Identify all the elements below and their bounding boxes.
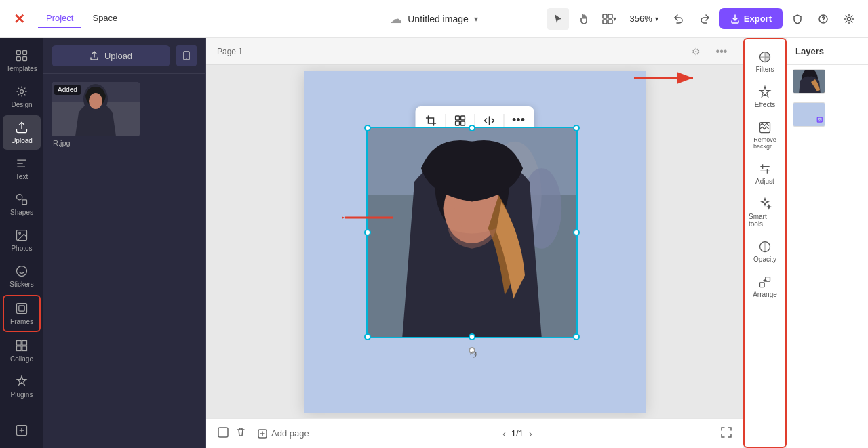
logo-icon[interactable]: ✕ xyxy=(8,8,30,30)
left-sidebar: Templates Design Upload Text Shapes Phot… xyxy=(0,38,43,448)
canvas-topbar-icons: ⚙ ••• xyxy=(685,41,732,62)
upload-panel: Upload xyxy=(43,38,206,448)
next-page-button[interactable]: › xyxy=(529,428,532,439)
canvas-settings-icon[interactable]: ⚙ xyxy=(685,41,707,62)
right-panel-effects[interactable]: Effects xyxy=(746,80,784,114)
undo-button[interactable] xyxy=(668,8,690,30)
svg-rect-48 xyxy=(760,283,765,287)
handle-top-left[interactable] xyxy=(364,125,371,131)
layer-item-2[interactable] xyxy=(787,98,868,131)
page-icon[interactable] xyxy=(217,426,229,441)
sidebar-shapes-label: Shapes xyxy=(10,209,33,216)
add-page-button[interactable]: Add page xyxy=(252,426,315,441)
opacity-label: Opacity xyxy=(753,256,776,263)
right-panel-arrange[interactable]: Arrange xyxy=(746,270,784,304)
toolbar-divider-3 xyxy=(504,114,505,127)
select-tool-button[interactable] xyxy=(547,8,569,30)
svg-rect-2 xyxy=(603,20,607,24)
sidebar-item-templates[interactable]: Templates xyxy=(3,43,41,78)
right-panel-remove-bg[interactable]: Remove backgr... xyxy=(746,115,784,155)
export-button[interactable]: Export xyxy=(719,8,783,29)
sidebar-design-label: Design xyxy=(11,101,32,108)
fullscreen-icon[interactable] xyxy=(720,426,732,441)
sidebar-item-more[interactable] xyxy=(3,418,41,443)
right-panel-opacity[interactable]: Opacity xyxy=(746,235,784,268)
canvas[interactable]: ••• xyxy=(304,71,646,413)
upload-button-label: Upload xyxy=(104,51,132,61)
tab-space[interactable]: Space xyxy=(84,9,125,28)
prev-page-button[interactable]: ‹ xyxy=(502,428,506,439)
handle-bottom-right[interactable] xyxy=(573,333,580,340)
handle-rotate[interactable] xyxy=(469,347,475,354)
right-panel-adjust[interactable]: Adjust xyxy=(746,157,784,190)
zoom-value: 356% xyxy=(630,14,652,24)
view-tool-button[interactable]: ▾ xyxy=(599,8,620,30)
topbar: ✕ Project Space ☁ Untitled image ▾ ▾ 356… xyxy=(0,0,868,38)
svg-rect-20 xyxy=(17,341,22,346)
svg-point-30 xyxy=(89,93,102,109)
layer-thumb-1 xyxy=(793,69,825,94)
title-chevron-icon[interactable]: ▾ xyxy=(474,14,478,24)
svg-rect-9 xyxy=(17,57,21,61)
add-page-label: Add page xyxy=(271,428,309,439)
handle-top-right[interactable] xyxy=(573,125,580,131)
sidebar-item-plugins[interactable]: Plugins xyxy=(3,369,41,404)
svg-rect-36 xyxy=(461,121,465,125)
svg-rect-7 xyxy=(17,51,21,55)
svg-rect-35 xyxy=(456,121,460,125)
layers-panel: Layers xyxy=(787,38,868,448)
panel-content: Added R.jpg xyxy=(43,74,205,448)
handle-mid-left[interactable] xyxy=(364,229,371,236)
trash-icon[interactable] xyxy=(235,426,247,441)
sidebar-item-shapes[interactable]: Shapes xyxy=(3,187,41,222)
help-button[interactable] xyxy=(812,8,834,30)
tab-project[interactable]: Project xyxy=(38,9,81,28)
toolbar-tools: ▾ 356% ▾ Export xyxy=(547,8,860,30)
sidebar-item-text[interactable]: Text xyxy=(3,151,41,186)
sidebar-stickers-label: Stickers xyxy=(9,281,34,288)
sidebar-photos-label: Photos xyxy=(11,245,32,252)
view-chevron: ▾ xyxy=(613,15,616,22)
sidebar-item-upload[interactable]: Upload xyxy=(3,115,41,150)
added-badge: Added xyxy=(54,85,81,95)
settings-button[interactable] xyxy=(838,8,860,30)
sidebar-item-design[interactable]: Design xyxy=(3,79,41,114)
handle-bottom-mid[interactable] xyxy=(469,333,475,340)
zoom-chevron-icon: ▾ xyxy=(655,15,658,22)
page-number-display: 1/1 xyxy=(511,428,524,439)
effects-label: Effects xyxy=(755,101,775,108)
handle-mid-right[interactable] xyxy=(573,229,580,236)
canvas-image xyxy=(368,128,576,337)
selected-image-container[interactable] xyxy=(366,127,578,338)
redo-button[interactable] xyxy=(694,8,715,30)
bottom-bar: Add page ‹ 1/1 › xyxy=(206,418,743,448)
handle-top-mid[interactable] xyxy=(469,125,475,131)
panel-header: Upload xyxy=(43,38,205,74)
uploaded-image-item[interactable]: Added R.jpg xyxy=(52,82,140,147)
zoom-button[interactable]: 356% ▾ xyxy=(625,11,664,26)
sidebar-collage-label: Collage xyxy=(10,355,33,363)
right-panel-filters[interactable]: Filters xyxy=(746,45,784,79)
sidebar-item-collage[interactable]: Collage xyxy=(3,333,41,368)
canvas-more-icon[interactable]: ••• xyxy=(711,41,732,62)
sidebar-plugins-label: Plugins xyxy=(11,391,33,399)
canvas-wrapper: ••• xyxy=(206,65,743,418)
sidebar-item-photos[interactable]: Photos xyxy=(3,223,41,258)
svg-point-5 xyxy=(823,21,824,22)
svg-point-11 xyxy=(20,90,24,94)
hand-tool-button[interactable] xyxy=(573,8,595,30)
svg-rect-33 xyxy=(456,116,460,120)
svg-rect-23 xyxy=(22,346,27,351)
sidebar-item-stickers[interactable]: Stickers xyxy=(3,259,41,293)
svg-rect-43 xyxy=(218,428,228,437)
main-layout: Templates Design Upload Text Shapes Phot… xyxy=(0,38,868,448)
handle-bottom-left[interactable] xyxy=(364,333,371,340)
upload-button[interactable]: Upload xyxy=(52,45,170,66)
sidebar-item-frames[interactable]: Frames xyxy=(3,295,41,332)
right-panel-smart-tools[interactable]: Smart tools xyxy=(746,192,784,233)
layer-item-1[interactable] xyxy=(787,65,868,98)
device-button[interactable] xyxy=(176,45,197,66)
shield-button[interactable] xyxy=(787,8,808,30)
document-title[interactable]: Untitled image xyxy=(408,14,469,24)
svg-rect-10 xyxy=(23,57,27,61)
